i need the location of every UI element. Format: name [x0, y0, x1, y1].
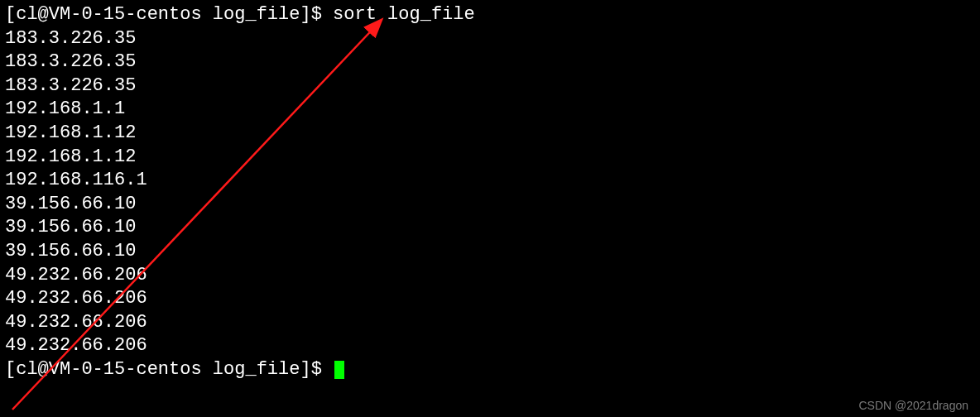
output-line: 39.156.66.10	[5, 216, 975, 240]
output-line: 39.156.66.10	[5, 240, 975, 264]
output-line: 183.3.226.35	[5, 27, 975, 51]
shell-prompt: [cl@VM-0-15-centos log_file]$	[5, 3, 333, 27]
output-line: 192.168.1.1	[5, 98, 975, 122]
prompt-line-2: [cl@VM-0-15-centos log_file]$	[5, 358, 975, 382]
output-line: 49.232.66.206	[5, 311, 975, 335]
output-line: 183.3.226.35	[5, 50, 975, 74]
shell-prompt: [cl@VM-0-15-centos log_file]$	[5, 358, 333, 382]
output-line: 49.232.66.206	[5, 334, 975, 358]
cursor-block	[334, 361, 344, 379]
output-line: 49.232.66.206	[5, 264, 975, 288]
output-line: 192.168.1.12	[5, 122, 975, 146]
output-line: 39.156.66.10	[5, 193, 975, 217]
output-line: 183.3.226.35	[5, 74, 975, 98]
output-line: 192.168.116.1	[5, 169, 975, 193]
output-line: 49.232.66.206	[5, 287, 975, 311]
terminal-area[interactable]: [cl@VM-0-15-centos log_file]$ sort log_f…	[0, 0, 980, 386]
output-line: 192.168.1.12	[5, 146, 975, 170]
prompt-line-1: [cl@VM-0-15-centos log_file]$ sort log_f…	[5, 3, 975, 27]
shell-command: sort log_file	[333, 3, 475, 27]
watermark-text: CSDN @2021dragon	[858, 399, 968, 412]
